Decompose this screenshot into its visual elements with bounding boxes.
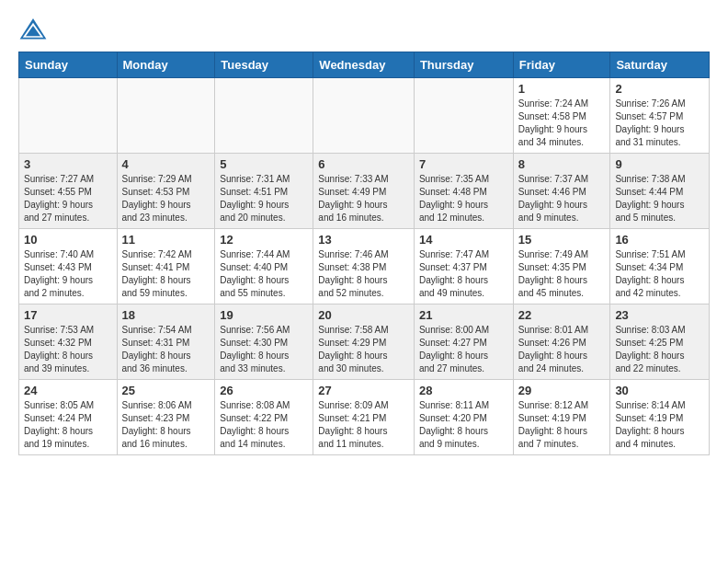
- day-cell: 20Sunrise: 7:58 AM Sunset: 4:29 PM Dayli…: [313, 304, 415, 380]
- day-cell: 25Sunrise: 8:06 AM Sunset: 4:23 PM Dayli…: [117, 380, 215, 455]
- day-info: Sunrise: 7:53 AM Sunset: 4:32 PM Dayligh…: [24, 324, 112, 375]
- day-number: 11: [122, 233, 210, 247]
- day-info: Sunrise: 8:08 AM Sunset: 4:22 PM Dayligh…: [220, 399, 308, 451]
- day-number: 3: [24, 157, 112, 171]
- day-number: 12: [220, 233, 308, 247]
- day-info: Sunrise: 8:03 AM Sunset: 4:25 PM Dayligh…: [615, 324, 704, 375]
- day-cell: 8Sunrise: 7:37 AM Sunset: 4:46 PM Daylig…: [513, 154, 610, 229]
- day-cell: 23Sunrise: 8:03 AM Sunset: 4:25 PM Dayli…: [610, 304, 710, 380]
- day-number: 1: [518, 82, 606, 96]
- day-info: Sunrise: 7:47 AM Sunset: 4:37 PM Dayligh…: [419, 248, 508, 300]
- day-info: Sunrise: 8:05 AM Sunset: 4:24 PM Dayligh…: [24, 399, 112, 451]
- day-info: Sunrise: 7:40 AM Sunset: 4:43 PM Dayligh…: [24, 248, 112, 300]
- day-cell: 6Sunrise: 7:33 AM Sunset: 4:49 PM Daylig…: [313, 154, 415, 229]
- day-number: 16: [615, 233, 704, 247]
- day-number: 5: [220, 157, 308, 171]
- day-info: Sunrise: 8:14 AM Sunset: 4:19 PM Dayligh…: [615, 399, 704, 451]
- day-number: 25: [122, 384, 210, 397]
- day-cell: [313, 78, 415, 154]
- day-cell: 4Sunrise: 7:29 AM Sunset: 4:53 PM Daylig…: [117, 154, 215, 229]
- day-cell: 11Sunrise: 7:42 AM Sunset: 4:41 PM Dayli…: [117, 229, 215, 304]
- day-info: Sunrise: 8:00 AM Sunset: 4:27 PM Dayligh…: [419, 324, 508, 375]
- day-info: Sunrise: 7:33 AM Sunset: 4:49 PM Dayligh…: [318, 173, 409, 224]
- day-info: Sunrise: 7:49 AM Sunset: 4:35 PM Dayligh…: [518, 248, 606, 300]
- day-info: Sunrise: 7:46 AM Sunset: 4:38 PM Dayligh…: [318, 248, 409, 300]
- day-cell: [215, 78, 313, 154]
- day-cell: 10Sunrise: 7:40 AM Sunset: 4:43 PM Dayli…: [19, 229, 118, 304]
- day-info: Sunrise: 8:09 AM Sunset: 4:21 PM Dayligh…: [318, 399, 409, 451]
- day-info: Sunrise: 7:44 AM Sunset: 4:40 PM Dayligh…: [220, 248, 308, 300]
- weekday-header-saturday: Saturday: [610, 52, 710, 78]
- day-number: 7: [419, 157, 508, 171]
- day-cell: [117, 78, 215, 154]
- day-number: 9: [615, 157, 704, 171]
- day-cell: [19, 78, 118, 154]
- day-info: Sunrise: 7:42 AM Sunset: 4:41 PM Dayligh…: [122, 248, 210, 300]
- day-info: Sunrise: 7:54 AM Sunset: 4:31 PM Dayligh…: [122, 324, 210, 375]
- day-cell: 14Sunrise: 7:47 AM Sunset: 4:37 PM Dayli…: [414, 229, 513, 304]
- day-number: 26: [220, 384, 308, 397]
- day-number: 6: [318, 157, 409, 171]
- day-info: Sunrise: 7:24 AM Sunset: 4:58 PM Dayligh…: [518, 98, 606, 149]
- calendar: SundayMondayTuesdayWednesdayThursdayFrid…: [18, 52, 710, 455]
- day-number: 28: [419, 384, 508, 397]
- day-number: 30: [615, 384, 704, 397]
- day-info: Sunrise: 7:27 AM Sunset: 4:55 PM Dayligh…: [24, 173, 112, 224]
- day-number: 2: [615, 82, 704, 96]
- day-number: 15: [518, 233, 606, 247]
- day-cell: 29Sunrise: 8:12 AM Sunset: 4:19 PM Dayli…: [513, 380, 610, 455]
- day-number: 8: [518, 157, 606, 171]
- weekday-header-monday: Monday: [117, 52, 215, 78]
- day-cell: 19Sunrise: 7:56 AM Sunset: 4:30 PM Dayli…: [215, 304, 313, 380]
- day-info: Sunrise: 7:58 AM Sunset: 4:29 PM Dayligh…: [318, 324, 409, 375]
- day-number: 23: [615, 308, 704, 322]
- weekday-header-tuesday: Tuesday: [215, 52, 313, 78]
- weekday-header-thursday: Thursday: [414, 52, 513, 78]
- logo: [18, 17, 51, 42]
- day-number: 18: [122, 308, 210, 322]
- day-number: 14: [419, 233, 508, 247]
- day-number: 21: [419, 308, 508, 322]
- day-cell: 18Sunrise: 7:54 AM Sunset: 4:31 PM Dayli…: [117, 304, 215, 380]
- day-cell: 24Sunrise: 8:05 AM Sunset: 4:24 PM Dayli…: [19, 380, 118, 455]
- day-cell: 28Sunrise: 8:11 AM Sunset: 4:20 PM Dayli…: [414, 380, 513, 455]
- day-number: 4: [122, 157, 210, 171]
- day-number: 24: [24, 384, 112, 397]
- day-number: 20: [318, 308, 409, 322]
- day-cell: 5Sunrise: 7:31 AM Sunset: 4:51 PM Daylig…: [215, 154, 313, 229]
- day-cell: 30Sunrise: 8:14 AM Sunset: 4:19 PM Dayli…: [610, 380, 710, 455]
- day-number: 19: [220, 308, 308, 322]
- day-info: Sunrise: 8:01 AM Sunset: 4:26 PM Dayligh…: [518, 324, 606, 375]
- day-cell: 1Sunrise: 7:24 AM Sunset: 4:58 PM Daylig…: [513, 78, 610, 154]
- header: [0, 0, 728, 52]
- day-info: Sunrise: 8:06 AM Sunset: 4:23 PM Dayligh…: [122, 399, 210, 451]
- weekday-header-friday: Friday: [513, 52, 610, 78]
- day-info: Sunrise: 8:12 AM Sunset: 4:19 PM Dayligh…: [518, 399, 606, 451]
- day-info: Sunrise: 7:26 AM Sunset: 4:57 PM Dayligh…: [615, 98, 704, 149]
- day-cell: 13Sunrise: 7:46 AM Sunset: 4:38 PM Dayli…: [313, 229, 415, 304]
- day-cell: 17Sunrise: 7:53 AM Sunset: 4:32 PM Dayli…: [19, 304, 118, 380]
- day-number: 17: [24, 308, 112, 322]
- day-cell: 15Sunrise: 7:49 AM Sunset: 4:35 PM Dayli…: [513, 229, 610, 304]
- day-number: 22: [518, 308, 606, 322]
- day-number: 27: [318, 384, 409, 397]
- day-cell: 26Sunrise: 8:08 AM Sunset: 4:22 PM Dayli…: [215, 380, 313, 455]
- day-info: Sunrise: 8:11 AM Sunset: 4:20 PM Dayligh…: [419, 399, 508, 451]
- day-cell: 9Sunrise: 7:38 AM Sunset: 4:44 PM Daylig…: [610, 154, 710, 229]
- day-cell: 12Sunrise: 7:44 AM Sunset: 4:40 PM Dayli…: [215, 229, 313, 304]
- weekday-header-wednesday: Wednesday: [313, 52, 415, 78]
- day-cell: 27Sunrise: 8:09 AM Sunset: 4:21 PM Dayli…: [313, 380, 415, 455]
- weekday-header-sunday: Sunday: [19, 52, 118, 78]
- day-cell: 21Sunrise: 8:00 AM Sunset: 4:27 PM Dayli…: [414, 304, 513, 380]
- day-info: Sunrise: 7:31 AM Sunset: 4:51 PM Dayligh…: [220, 173, 308, 224]
- day-info: Sunrise: 7:29 AM Sunset: 4:53 PM Dayligh…: [122, 173, 210, 224]
- day-number: 29: [518, 384, 606, 397]
- day-cell: 2Sunrise: 7:26 AM Sunset: 4:57 PM Daylig…: [610, 78, 710, 154]
- day-cell: 7Sunrise: 7:35 AM Sunset: 4:48 PM Daylig…: [414, 154, 513, 229]
- day-info: Sunrise: 7:38 AM Sunset: 4:44 PM Dayligh…: [615, 173, 704, 224]
- day-info: Sunrise: 7:56 AM Sunset: 4:30 PM Dayligh…: [220, 324, 308, 375]
- day-cell: 3Sunrise: 7:27 AM Sunset: 4:55 PM Daylig…: [19, 154, 118, 229]
- day-cell: 22Sunrise: 8:01 AM Sunset: 4:26 PM Dayli…: [513, 304, 610, 380]
- day-info: Sunrise: 7:51 AM Sunset: 4:34 PM Dayligh…: [615, 248, 704, 300]
- day-info: Sunrise: 7:35 AM Sunset: 4:48 PM Dayligh…: [419, 173, 508, 224]
